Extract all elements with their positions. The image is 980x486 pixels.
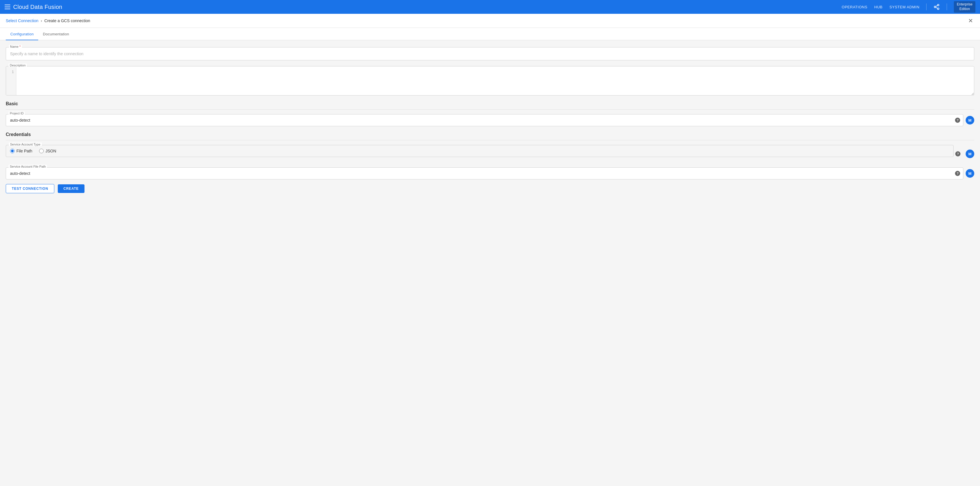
service-account-file-path-row: Service Account File Path auto-detect ? … xyxy=(6,167,974,180)
radio-file-path[interactable]: File Path xyxy=(10,149,32,153)
form-area: Name * Description 1 Basic Project ID xyxy=(0,40,980,486)
description-label: Description xyxy=(9,64,27,67)
service-account-type-label: Service Account Type xyxy=(9,143,42,146)
tabs-bar: Configuration Documentation xyxy=(0,28,980,40)
project-id-input-container: auto-detect ? xyxy=(6,114,963,126)
service-account-file-path-wrap: Service Account File Path auto-detect ? xyxy=(6,167,963,180)
radio-json-label: JSON xyxy=(45,149,56,153)
breadcrumb-current: Create a GCS connection xyxy=(44,18,90,23)
service-account-file-path-label: Service Account File Path xyxy=(9,165,47,168)
tab-documentation[interactable]: Documentation xyxy=(38,28,73,40)
svg-line-3 xyxy=(936,7,937,8)
service-account-type-inner: Service Account Type File Path JSON xyxy=(6,145,954,163)
header-divider-2 xyxy=(947,3,947,10)
service-account-file-path-macro-button[interactable]: M xyxy=(966,169,974,178)
close-button[interactable]: ✕ xyxy=(967,17,974,25)
credentials-section: Credentials Service Account Type File Pa… xyxy=(6,132,974,180)
breadcrumb-link[interactable]: Select Connection xyxy=(6,18,38,23)
radio-file-path-label: File Path xyxy=(16,149,32,153)
name-field-group: Name * xyxy=(6,47,974,61)
service-account-type-help-icon[interactable]: ? xyxy=(955,151,961,156)
project-id-row: Project ID auto-detect ? M xyxy=(6,114,974,126)
service-account-type-group: Service Account Type File Path JSON xyxy=(6,145,954,157)
description-textarea-wrapper: 1 xyxy=(6,66,974,96)
name-label: Name * xyxy=(9,45,22,48)
radio-json[interactable]: JSON xyxy=(39,149,56,153)
service-account-file-path-help-icon[interactable]: ? xyxy=(955,171,960,176)
project-id-macro-button[interactable]: M xyxy=(966,116,974,124)
create-button[interactable]: CREATE xyxy=(58,184,84,193)
description-textarea[interactable] xyxy=(16,67,974,95)
share-icon[interactable] xyxy=(934,4,940,10)
line-numbers: 1 xyxy=(6,67,16,95)
service-account-type-row: Service Account Type File Path JSON xyxy=(6,145,974,163)
project-id-label: Project ID xyxy=(9,112,25,115)
basic-section-title: Basic xyxy=(6,101,974,110)
svg-line-4 xyxy=(936,5,937,6)
buttons-row: TEST CONNECTION CREATE xyxy=(6,180,974,196)
project-id-help-icon[interactable]: ? xyxy=(955,118,960,123)
breadcrumb-bar: Select Connection › Create a GCS connect… xyxy=(0,14,980,28)
service-account-file-path-value: auto-detect xyxy=(10,171,30,176)
nav-operations[interactable]: OPERATIONS xyxy=(842,5,867,9)
enterprise-badge: EnterpriseEdition xyxy=(954,1,975,12)
main-content: Select Connection › Create a GCS connect… xyxy=(0,14,980,486)
description-field-group: Description 1 xyxy=(6,66,974,96)
name-input[interactable] xyxy=(10,51,970,56)
radio-file-path-input[interactable] xyxy=(10,149,15,153)
credentials-section-title: Credentials xyxy=(6,132,974,140)
project-id-value: auto-detect xyxy=(10,118,30,123)
service-account-type-macro-button[interactable]: M xyxy=(966,150,974,158)
basic-section: Basic Project ID auto-detect ? M xyxy=(6,101,974,126)
nav-hub[interactable]: HUB xyxy=(874,5,883,9)
tab-configuration[interactable]: Configuration xyxy=(6,28,38,40)
service-account-file-path-input-container: auto-detect ? xyxy=(6,167,963,180)
app-logo: Cloud Data Fusion xyxy=(13,4,62,10)
test-connection-button[interactable]: TEST CONNECTION xyxy=(6,184,54,193)
app-header: Cloud Data Fusion OPERATIONS HUB SYSTEM … xyxy=(0,0,980,14)
breadcrumb-separator: › xyxy=(41,18,42,23)
nav-system-admin[interactable]: SYSTEM ADMIN xyxy=(889,5,920,9)
radio-json-input[interactable] xyxy=(39,149,44,153)
service-account-type-options: File Path JSON xyxy=(10,149,949,153)
menu-icon[interactable] xyxy=(5,4,10,10)
name-required-marker: * xyxy=(19,45,21,48)
project-id-field-wrap: Project ID auto-detect ? xyxy=(6,114,963,126)
